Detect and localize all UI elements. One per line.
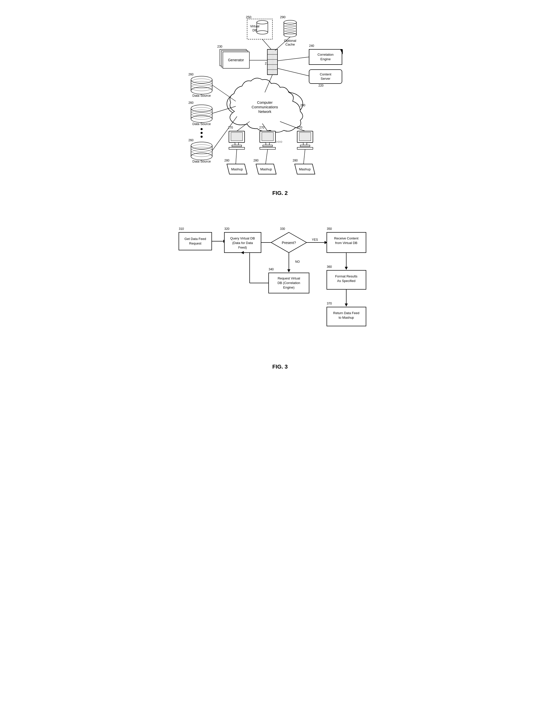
content-server-label: Content xyxy=(320,72,331,76)
fig2-label: FIG. 2 xyxy=(171,190,389,196)
step340-line1: Request Virtual xyxy=(278,276,300,280)
svg-point-46 xyxy=(191,87,212,94)
step320-line2: (Data for Data xyxy=(232,241,253,245)
network-label-line2: Communications xyxy=(252,105,278,109)
svg-point-5 xyxy=(257,31,268,34)
step360-line1: Format Results xyxy=(335,274,358,278)
svg-text:Cache: Cache xyxy=(285,43,295,46)
cloud-network: Computer Communications Network 200 xyxy=(227,78,305,132)
svg-point-57 xyxy=(201,128,203,130)
svg-rect-75 xyxy=(263,145,273,147)
virtualdb-label: Virtual xyxy=(250,24,260,28)
svg-line-87 xyxy=(278,57,309,61)
label-360: 360 xyxy=(327,265,332,269)
label-310: 310 xyxy=(179,227,184,231)
label-mashup1-280: 280 xyxy=(224,159,230,162)
step350-line1: Receive Content xyxy=(334,236,358,240)
svg-line-91 xyxy=(212,85,236,101)
step310-line1: Get Data Feed xyxy=(185,237,206,241)
mashup3-label: Mashup xyxy=(299,167,310,171)
step320-line1: Query Virtual DB xyxy=(230,236,255,240)
svg-rect-79 xyxy=(303,143,307,145)
step330-label: Present? xyxy=(282,241,296,245)
svg-point-9 xyxy=(284,33,296,37)
comp-dots: ○○○ xyxy=(275,139,282,144)
no-label: NO xyxy=(295,260,300,264)
svg-rect-100 xyxy=(179,232,212,250)
svg-rect-69 xyxy=(235,143,239,145)
yes-label: YES xyxy=(312,238,318,241)
svg-rect-81 xyxy=(297,147,313,149)
label-200: 200 xyxy=(300,104,305,107)
step370-line1: Return Data Feed xyxy=(333,311,359,315)
svg-line-99 xyxy=(303,149,305,164)
ds3-label: Data Source xyxy=(193,159,211,163)
step310-line2: Request xyxy=(189,241,202,245)
label-240: 240 xyxy=(309,44,314,48)
svg-point-6 xyxy=(284,20,296,24)
svg-rect-70 xyxy=(232,145,242,147)
step350-line2: from Virtual DB xyxy=(335,241,357,245)
svg-point-59 xyxy=(201,136,203,138)
mashup1-label: Mashup xyxy=(231,167,243,171)
step340-line2: DB (Correlation xyxy=(278,281,300,285)
svg-rect-73 xyxy=(262,132,274,141)
svg-text:DB: DB xyxy=(253,28,257,32)
label-250: 250 xyxy=(246,15,252,19)
svg-marker-111 xyxy=(345,267,348,270)
fig2-diagram: 250 Virtual DB 290 Optional Cache 240 Co… xyxy=(171,5,389,187)
label-350: 350 xyxy=(327,227,332,231)
label-330: 330 xyxy=(280,227,285,231)
label-comp2-270: 270 xyxy=(259,126,264,129)
label-ds1-260: 260 xyxy=(189,73,194,76)
label-220: 220 xyxy=(318,84,323,87)
label-mashup2-280: 280 xyxy=(254,159,259,162)
svg-text:Server: Server xyxy=(321,77,330,80)
svg-marker-114 xyxy=(345,304,348,307)
network-label-line3: Network xyxy=(258,110,272,114)
label-370: 370 xyxy=(327,302,332,305)
ds1-label: Data Source xyxy=(193,94,211,97)
label-ds2-260: 260 xyxy=(189,101,194,105)
label-230: 230 xyxy=(217,45,222,48)
label-ds3-260: 260 xyxy=(189,138,194,142)
fig3-diagram: 310 Get Data Feed Request 320 Query Virt… xyxy=(171,204,389,361)
step360-line2: As Specified xyxy=(337,279,355,283)
svg-rect-78 xyxy=(299,132,311,141)
svg-line-85 xyxy=(262,39,271,49)
corr-eng-label: Correlation xyxy=(317,53,333,56)
label-320: 320 xyxy=(224,227,230,231)
step370-line2: to Mashup xyxy=(339,316,354,319)
svg-point-53 xyxy=(191,115,212,123)
svg-rect-74 xyxy=(266,143,270,145)
svg-point-11 xyxy=(284,25,296,29)
svg-rect-76 xyxy=(260,147,276,149)
svg-point-58 xyxy=(201,132,203,134)
label-comp3-270: 270 xyxy=(297,126,302,129)
label-mashup3-280: 280 xyxy=(292,159,298,162)
svg-rect-71 xyxy=(229,147,245,149)
ds2-label: Data Source xyxy=(193,122,211,126)
label-290: 290 xyxy=(280,15,285,19)
network-label-line1: Computer xyxy=(257,100,273,105)
svg-point-12 xyxy=(284,28,296,32)
step320-line3: Feed) xyxy=(238,246,247,249)
svg-line-88 xyxy=(278,68,309,76)
svg-rect-15 xyxy=(309,49,342,65)
svg-point-63 xyxy=(191,153,212,160)
svg-marker-117 xyxy=(287,269,290,272)
svg-rect-80 xyxy=(300,145,310,147)
svg-rect-68 xyxy=(231,132,243,141)
svg-line-97 xyxy=(236,149,237,164)
fig3-label: FIG. 3 xyxy=(171,363,389,370)
mashup2-label: Mashup xyxy=(260,167,272,171)
svg-text:Engine: Engine xyxy=(320,57,330,61)
label-340: 340 xyxy=(269,268,274,271)
svg-line-98 xyxy=(266,149,268,164)
svg-point-2 xyxy=(257,21,268,24)
generator-label: Generator xyxy=(228,58,244,62)
step340-line3: Engine) xyxy=(283,286,295,289)
label-comp1-270: 270 xyxy=(228,126,233,129)
